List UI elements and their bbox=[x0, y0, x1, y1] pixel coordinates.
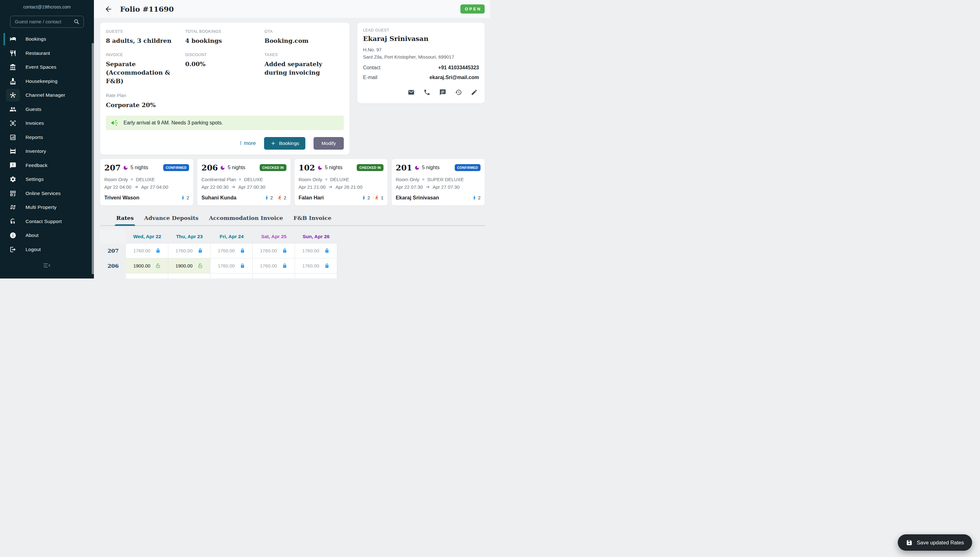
lock-closed-icon[interactable] bbox=[324, 248, 330, 253]
modify-button[interactable]: Modify bbox=[314, 137, 344, 150]
dot-separator bbox=[131, 178, 133, 181]
booking-guest-name: Falan Hari bbox=[299, 195, 324, 201]
contact-support-icon bbox=[9, 218, 17, 225]
sidebar-item-bookings[interactable]: Bookings bbox=[0, 32, 94, 46]
settings-icon bbox=[9, 176, 17, 183]
sidebar-item-restaurant[interactable]: Restaurant bbox=[0, 46, 94, 60]
rate-cell[interactable]: 1760.00 bbox=[168, 274, 210, 278]
rate-cell[interactable]: 1760.00 bbox=[210, 243, 253, 258]
rate-cell[interactable]: 1760.00 bbox=[295, 274, 337, 278]
sidebar-item-label: Invoices bbox=[26, 121, 44, 126]
alert-text: Early arrival at 9 AM. Needs 3 parking s… bbox=[124, 120, 223, 126]
app-root: contact@19thcross.com Bookings Restauran… bbox=[0, 0, 490, 278]
sidebar-item-about[interactable]: About bbox=[0, 228, 94, 243]
booking-guest-name: Suhani Kunda bbox=[201, 195, 236, 201]
rate-cell[interactable]: 1760.00 bbox=[126, 274, 168, 278]
sidebar-item-label: Guests bbox=[26, 106, 41, 112]
sidebar: contact@19thcross.com Bookings Restauran… bbox=[0, 0, 94, 278]
rate-cell[interactable]: 1760.00 bbox=[295, 243, 337, 258]
chat-icon[interactable] bbox=[439, 89, 446, 96]
edit-icon[interactable] bbox=[471, 89, 478, 96]
mail-icon[interactable] bbox=[408, 89, 415, 96]
rate-cell[interactable]: 1760.00 bbox=[126, 243, 168, 258]
adults-count: 2 bbox=[264, 195, 273, 200]
lock-closed-icon[interactable] bbox=[240, 278, 245, 278]
lock-closed-icon[interactable] bbox=[282, 263, 287, 269]
sidebar-item-online-services[interactable]: Online Services bbox=[0, 187, 94, 201]
search-icon[interactable] bbox=[73, 19, 80, 25]
sidebar-item-contact-support[interactable]: Contact Support bbox=[0, 215, 94, 229]
rate-cell[interactable]: 1760.00 bbox=[210, 274, 253, 278]
booking-card-102[interactable]: 102 5 nights CHECKED IN Room Only DELUXE… bbox=[295, 159, 387, 205]
contact-row: Contact +91 41033445323 bbox=[363, 65, 479, 70]
add-bookings-button[interactable]: Bookings bbox=[264, 137, 306, 150]
phone-icon[interactable] bbox=[423, 89, 430, 96]
lock-open-icon[interactable] bbox=[155, 263, 161, 269]
adults-count: 2 bbox=[181, 195, 189, 200]
lock-closed-icon[interactable] bbox=[240, 248, 245, 253]
lock-closed-icon[interactable] bbox=[198, 278, 203, 278]
rate-cell[interactable]: 1760.00 bbox=[295, 258, 337, 274]
sidebar-item-settings[interactable]: Settings bbox=[0, 172, 94, 187]
sidebar-item-guests[interactable]: Guests bbox=[0, 103, 94, 117]
lock-closed-icon[interactable] bbox=[324, 263, 330, 269]
sidebar-item-event-spaces[interactable]: Event Spaces bbox=[0, 60, 94, 74]
sidebar-item-logout[interactable]: Logout bbox=[0, 243, 94, 257]
rate-cell[interactable]: 1760.00 bbox=[253, 274, 295, 278]
rate-cell[interactable]: 1760.00 bbox=[253, 243, 295, 258]
lock-closed-icon[interactable] bbox=[198, 248, 203, 253]
nights-icon bbox=[317, 165, 323, 171]
field-value: Corporate 20% bbox=[106, 101, 185, 109]
nights-icon bbox=[123, 165, 128, 171]
date-column-header: Sat, Apr 25 bbox=[253, 234, 295, 239]
sidebar-item-inventory[interactable]: Inventory bbox=[0, 144, 94, 158]
field-ota: OTA Booking.com bbox=[264, 29, 344, 45]
sidebar-item-invoices[interactable]: Invoices bbox=[0, 116, 94, 130]
rate-cell[interactable]: 1760.00 bbox=[253, 258, 295, 274]
more-button[interactable]: more bbox=[238, 140, 256, 147]
megaphone-icon bbox=[110, 119, 118, 127]
booking-card-207[interactable]: 207 5 nights CONFIRMED Room Only DELUXE … bbox=[100, 159, 193, 205]
sidebar-item-reports[interactable]: Reports bbox=[0, 130, 94, 145]
lock-open-icon[interactable] bbox=[198, 263, 203, 269]
rate-cell[interactable]: 1760.00 bbox=[210, 258, 253, 274]
lock-closed-icon[interactable] bbox=[155, 278, 161, 278]
tab-accommodation-invoice[interactable]: Accommodation Invoice bbox=[209, 215, 283, 225]
sidebar-item-channel-manager[interactable]: Channel Manager bbox=[0, 88, 94, 103]
sidebar-item-feedback[interactable]: Feedback bbox=[0, 158, 94, 173]
tab-rates[interactable]: Rates bbox=[116, 215, 133, 225]
arrow-right-icon bbox=[134, 185, 138, 189]
booking-card-201[interactable]: 201 5 nights CONFIRMED Room Only SUPER D… bbox=[392, 159, 485, 205]
arrow-right-icon bbox=[328, 185, 333, 189]
lock-closed-icon[interactable] bbox=[324, 278, 330, 278]
rates-table-body: 207 1760.00 1760.00 1760.00 1760.00 1760… bbox=[100, 243, 485, 278]
tab-fb-invoice[interactable]: F&B Invoice bbox=[293, 215, 331, 225]
booking-guest-name: Triveni Wason bbox=[104, 195, 139, 201]
field-taxes: TAXES Added separately during invoicing bbox=[264, 53, 344, 85]
tab-advance-deposits[interactable]: Advance Deposits bbox=[144, 215, 199, 225]
lock-closed-icon[interactable] bbox=[282, 248, 287, 253]
back-button[interactable] bbox=[104, 5, 113, 13]
rate-cell[interactable]: 1760.00 bbox=[168, 243, 210, 258]
rate-row-206: 206 1900.00 1900.00 1760.00 1760.00 1760… bbox=[100, 258, 485, 274]
sidebar-item-multi-property[interactable]: Multi Property bbox=[0, 200, 94, 215]
field-guests: GUESTS 8 adults, 3 children bbox=[106, 29, 185, 45]
sidebar-scrollbar[interactable] bbox=[92, 43, 94, 274]
sidebar-item-label: Restaurant bbox=[26, 50, 50, 56]
about-icon bbox=[9, 231, 17, 239]
rate-cell-edited[interactable]: 1900.00 bbox=[126, 258, 168, 274]
checkin-datetime: Apr 22 04:00 bbox=[104, 184, 132, 190]
lock-closed-icon[interactable] bbox=[282, 278, 287, 278]
booking-card-206[interactable]: 206 5 nights CHECKED IN Continental Plan… bbox=[197, 159, 290, 205]
search-input[interactable] bbox=[15, 19, 73, 24]
lock-closed-icon[interactable] bbox=[240, 263, 245, 269]
main-area: Folio #11690 OPEN GUESTS 8 adults, 3 chi… bbox=[94, 0, 490, 278]
collapse-sidebar-button[interactable] bbox=[0, 262, 94, 270]
history-icon[interactable] bbox=[455, 89, 462, 96]
meal-plan: Room Only bbox=[396, 177, 419, 182]
field-value: 8 adults, 3 children bbox=[106, 37, 185, 45]
sidebar-item-housekeeping[interactable]: Housekeeping bbox=[0, 74, 94, 88]
rate-cell-edited[interactable]: 1900.00 bbox=[168, 258, 210, 274]
lock-closed-icon[interactable] bbox=[155, 248, 161, 253]
checkin-datetime: Apr 22 07:30 bbox=[396, 184, 423, 190]
